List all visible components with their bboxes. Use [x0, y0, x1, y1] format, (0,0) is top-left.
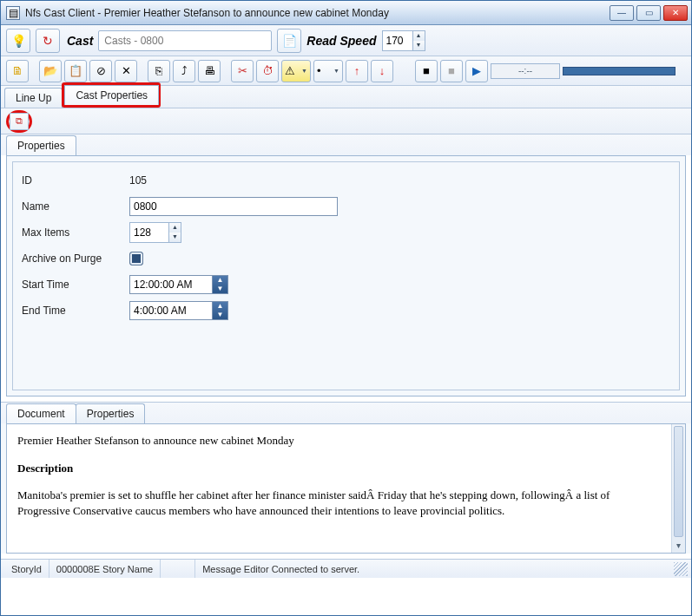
properties-form: ID 105 Name Max Items ▲▼ Archive on Purg…	[12, 161, 680, 390]
status-storyname-label: Story Name	[102, 564, 153, 574]
readspeed-up[interactable]: ▲	[412, 31, 425, 41]
endtime-up[interactable]: ▲	[213, 302, 227, 311]
warning-dropdown[interactable]: ⚠▼	[281, 60, 311, 82]
disable-button[interactable]: ⊘	[89, 60, 112, 82]
marker-dropdown[interactable]: •▼	[313, 60, 343, 82]
document-panel: Premier Heather Stefanson to announce ne…	[6, 423, 686, 554]
readspeed-input[interactable]	[383, 31, 412, 50]
cast-label: Cast	[67, 34, 93, 48]
new-icon: 🗎	[12, 64, 23, 77]
copy-icon: ⎘	[155, 64, 162, 77]
document-content[interactable]: Premier Heather Stefanson to announce ne…	[7, 424, 671, 553]
open-icon: 📂	[43, 64, 57, 77]
duplicate-button[interactable]: ⧉	[10, 113, 29, 130]
endtime-input[interactable]	[129, 301, 213, 320]
play-icon: ▶	[472, 64, 481, 77]
doc-title: Premier Heather Stefanson to announce ne…	[17, 433, 661, 449]
arrow-up-icon: ↑	[354, 64, 360, 77]
highlight-duplicate-button: ⧉	[6, 110, 32, 133]
close-button[interactable]: ✕	[663, 5, 688, 21]
print-button[interactable]: 🖶	[198, 60, 221, 82]
open-button[interactable]: 📂	[39, 60, 62, 82]
page-button[interactable]: 📄	[277, 29, 301, 53]
document-section: Document Properties Premier Heather Stef…	[1, 402, 691, 554]
name-input[interactable]	[129, 197, 338, 216]
id-label: ID	[22, 174, 129, 187]
page-icon: 📄	[282, 34, 297, 48]
endtime-down[interactable]: ▼	[213, 311, 227, 319]
highlight-castprops-tab: Cast Properties	[62, 82, 161, 108]
maximize-button[interactable]: ▭	[636, 5, 661, 21]
print-icon: 🖶	[204, 64, 215, 77]
delete-button[interactable]: ✕	[115, 60, 137, 82]
document-scrollbar[interactable]	[671, 424, 685, 553]
castprops-toolbar: ⧉	[1, 108, 691, 134]
export-icon: ⤴	[181, 64, 188, 77]
archive-label: Archive on Purge	[22, 252, 129, 265]
stop-icon: ■	[423, 64, 430, 77]
resize-grip[interactable]	[674, 562, 688, 576]
duplicate-icon: ⧉	[16, 115, 23, 127]
record-button[interactable]: ■	[440, 60, 463, 82]
cut-button[interactable]: ✂	[231, 60, 254, 82]
document-tabstrip: Document Properties	[1, 403, 691, 423]
name-label: Name	[22, 200, 129, 213]
record-icon: ■	[448, 64, 455, 77]
tab-doc-properties[interactable]: Properties	[76, 403, 146, 423]
moveup-button[interactable]: ↑	[346, 60, 368, 82]
tab-properties[interactable]: Properties	[6, 135, 76, 155]
archive-checkbox[interactable]	[129, 252, 143, 265]
titlebar: ▤ Nfs Cast Client - Premier Heather Stef…	[1, 1, 691, 25]
new-button[interactable]: 🗎	[6, 60, 29, 82]
id-value: 105	[129, 174, 147, 187]
maxitems-down[interactable]: ▼	[168, 233, 181, 242]
bulb-button[interactable]: 💡	[6, 29, 30, 53]
readspeed-label: Read Speed	[306, 34, 376, 48]
starttime-down[interactable]: ▼	[213, 285, 227, 293]
endtime-label: End Time	[22, 305, 129, 317]
app-icon: ▤	[6, 6, 20, 20]
warning-icon: ⚠	[285, 64, 295, 77]
movedown-button[interactable]: ↓	[371, 60, 393, 82]
readspeed-down[interactable]: ▼	[412, 41, 425, 50]
copy-button[interactable]: ⎘	[148, 60, 170, 82]
main-tabstrip: Line Up Cast Properties	[1, 86, 691, 108]
maxitems-up[interactable]: ▲	[168, 223, 181, 233]
refresh-button[interactable]: ↻	[36, 29, 60, 53]
doc-description-header: Description	[17, 461, 661, 476]
starttime-input[interactable]	[129, 275, 213, 294]
bulb-icon: 💡	[11, 34, 26, 48]
window-title: Nfs Cast Client - Premier Heather Stefan…	[25, 7, 610, 19]
paste-button[interactable]: 📋	[64, 60, 87, 82]
tab-document[interactable]: Document	[6, 403, 76, 423]
properties-tabstrip: Properties	[1, 134, 691, 155]
tab-cast-properties[interactable]: Cast Properties	[64, 85, 159, 105]
clock-icon: ⏱	[262, 64, 274, 77]
export-button[interactable]: ⤴	[173, 60, 195, 82]
starttime-label: Start Time	[22, 279, 129, 291]
maxitems-spinner[interactable]: ▲▼	[129, 222, 181, 243]
stop-button[interactable]: ■	[415, 60, 438, 82]
status-bar: StoryId 0000008E Story Name Message Edit…	[1, 559, 691, 578]
tab-lineup[interactable]: Line Up	[4, 88, 63, 108]
media-time: --:--	[491, 63, 560, 79]
play-button[interactable]: ▶	[465, 60, 488, 82]
cast-selector[interactable]	[98, 30, 272, 51]
readspeed-spinner[interactable]: ▲▼	[382, 30, 425, 51]
refresh-icon: ↻	[43, 34, 53, 48]
timer-button[interactable]: ⏱	[256, 60, 279, 82]
starttime-up[interactable]: ▲	[213, 276, 227, 285]
status-storyid-label: StoryId	[4, 560, 49, 578]
media-controls: ■ ■ ▶ --:--	[415, 60, 676, 82]
properties-panel: ID 105 Name Max Items ▲▼ Archive on Purg…	[6, 155, 686, 396]
media-progress[interactable]	[563, 67, 676, 75]
top-controls: 💡 ↻ Cast 📄 Read Speed ▲▼	[1, 25, 691, 56]
maxitems-label: Max Items	[22, 226, 129, 239]
paste-icon: 📋	[69, 64, 82, 77]
maxitems-input[interactable]	[130, 223, 168, 242]
minimize-button[interactable]: —	[610, 5, 634, 21]
disable-icon: ⊘	[96, 64, 106, 77]
status-storyid-value: 0000008E	[56, 564, 100, 574]
arrow-down-icon: ↓	[379, 64, 386, 77]
cut-icon: ✂	[238, 64, 247, 77]
